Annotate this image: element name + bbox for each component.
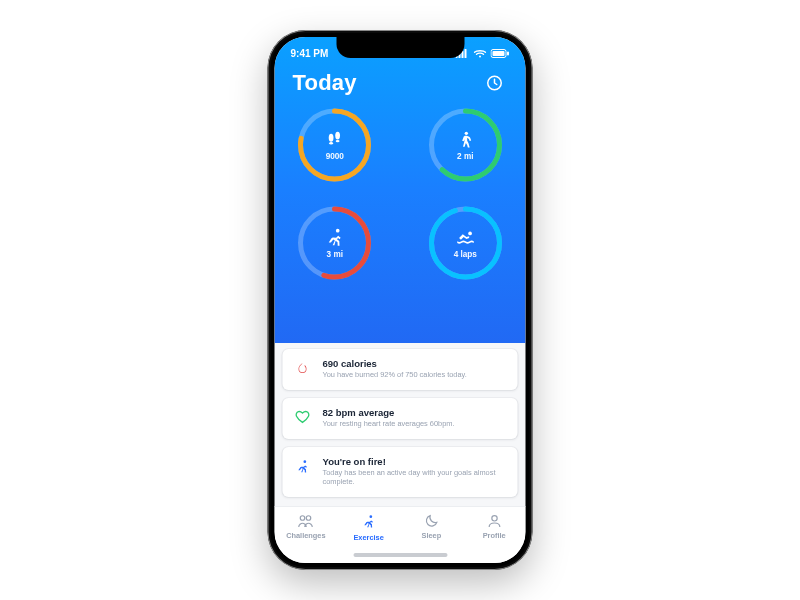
card-calories-title: 690 calories <box>323 358 508 369</box>
card-streak[interactable]: You're on fire! Today has been an active… <box>283 447 518 497</box>
notch <box>336 37 464 58</box>
svg-point-20 <box>336 229 340 233</box>
svg-point-28 <box>491 516 496 521</box>
svg-point-14 <box>336 140 340 142</box>
svg-rect-2 <box>462 51 464 58</box>
status-time: 9:41 PM <box>291 48 329 59</box>
flame-icon <box>295 360 311 378</box>
card-heartrate[interactable]: 82 bpm average Your resting heart rate a… <box>283 398 518 439</box>
screen: 9:41 PM Today <box>275 37 526 563</box>
card-calories-sub: You have burned 92% of 750 calories toda… <box>323 371 508 380</box>
svg-point-23 <box>468 232 472 236</box>
clock-icon <box>486 74 504 92</box>
home-indicator <box>353 553 447 557</box>
run-icon <box>295 458 311 476</box>
tab-profile[interactable]: Profile <box>466 513 522 540</box>
page-title: Today <box>293 70 357 96</box>
ring-steps[interactable]: 9000 <box>296 106 374 184</box>
ring-run[interactable]: 3 mi <box>296 204 374 282</box>
run-icon <box>324 227 346 249</box>
ring-walk-label: 2 mi <box>457 152 473 161</box>
ring-steps-label: 9000 <box>326 152 344 161</box>
tab-challenges[interactable]: Challenges <box>278 513 334 540</box>
svg-rect-3 <box>465 49 467 58</box>
svg-rect-6 <box>493 51 505 56</box>
card-heartrate-title: 82 bpm average <box>323 407 508 418</box>
tab-profile-label: Profile <box>483 531 506 540</box>
svg-point-17 <box>464 132 467 135</box>
svg-point-27 <box>370 515 373 518</box>
moon-icon <box>423 513 439 529</box>
tab-sleep-label: Sleep <box>422 531 442 540</box>
challenges-icon <box>297 513 315 529</box>
svg-point-26 <box>307 516 312 521</box>
tab-challenges-label: Challenges <box>286 531 325 540</box>
profile-icon <box>486 513 502 529</box>
tab-exercise-label: Exercise <box>353 533 383 542</box>
svg-point-4 <box>479 55 481 57</box>
hero: 9:41 PM Today <box>275 37 526 343</box>
heart-icon <box>295 409 311 425</box>
walk-icon <box>455 129 475 151</box>
phone-frame: 9:41 PM Today <box>268 30 533 570</box>
ring-swim[interactable]: 4 laps <box>426 204 504 282</box>
ring-swim-label: 4 laps <box>454 250 477 259</box>
card-streak-sub: Today has been an active day with your g… <box>323 469 508 487</box>
svg-point-13 <box>335 132 340 140</box>
footsteps-icon <box>324 129 346 151</box>
card-streak-title: You're on fire! <box>323 456 508 467</box>
tab-sleep[interactable]: Sleep <box>403 513 459 540</box>
ring-run-label: 3 mi <box>327 250 343 259</box>
svg-rect-7 <box>507 51 509 55</box>
card-heartrate-sub: Your resting heart rate averages 60bpm. <box>323 420 508 429</box>
ring-walk[interactable]: 2 mi <box>426 106 504 184</box>
status-icons <box>456 49 510 58</box>
card-calories[interactable]: 690 calories You have burned 92% of 750 … <box>283 349 518 390</box>
history-button[interactable] <box>482 70 508 96</box>
wifi-icon <box>474 49 487 58</box>
svg-point-24 <box>304 460 307 463</box>
tab-exercise[interactable]: Exercise <box>341 513 397 542</box>
svg-point-25 <box>301 516 306 521</box>
exercise-icon <box>361 513 377 531</box>
battery-icon <box>491 49 510 58</box>
swim-icon <box>453 227 477 249</box>
svg-point-11 <box>329 134 334 142</box>
svg-point-12 <box>329 142 333 144</box>
